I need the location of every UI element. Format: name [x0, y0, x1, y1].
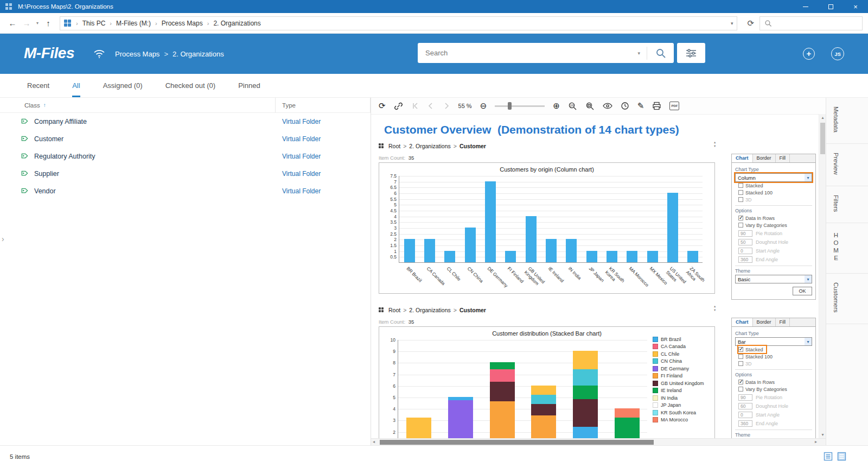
left-pane-expander[interactable]: › [2, 235, 4, 243]
checkbox-vary-by-categories[interactable] [738, 223, 743, 228]
zoom-out-icon[interactable]: ⊖ [480, 101, 487, 111]
search-filters-button[interactable] [677, 43, 705, 63]
settings-tab-chart[interactable]: Chart [732, 318, 753, 326]
preview-eye-icon[interactable] [603, 103, 612, 109]
settings-tab-chart[interactable]: Chart [732, 154, 753, 162]
zoom-actual-size-icon[interactable]: 100 [568, 102, 577, 111]
view-tab-recent[interactable]: Recent [27, 74, 49, 97]
address-crumb-2-organizations[interactable]: 2. Organizations [213, 20, 260, 27]
refresh-button[interactable]: ⟳ [747, 18, 754, 28]
view-tab-assigned-0-[interactable]: Assigned (0) [103, 74, 143, 97]
settings-tab-border[interactable]: Border [753, 318, 776, 326]
checkbox-vary-by-categories[interactable] [738, 387, 743, 392]
refresh-preview-icon[interactable]: ⟳ [379, 101, 386, 111]
checkbox-stacked[interactable] [738, 347, 743, 352]
start-angle-input[interactable]: 0 [738, 248, 752, 254]
checkbox-data-in-rows[interactable] [738, 216, 743, 220]
forward-button[interactable]: → [20, 18, 34, 28]
end-angle-input[interactable]: 360 [738, 256, 752, 263]
first-page-icon[interactable] [411, 102, 419, 110]
search-bar[interactable]: ▾ [418, 43, 674, 63]
collapse-section-control[interactable]: ▴▾ [714, 140, 716, 148]
right-tab-home[interactable]: HOME [826, 223, 868, 274]
right-tab-metadata[interactable]: Metadata [826, 98, 868, 144]
checkbox-3d[interactable] [738, 197, 743, 202]
next-page-icon[interactable] [443, 102, 450, 110]
search-input[interactable] [418, 49, 631, 57]
address-crumb-process-maps[interactable]: Process Maps [162, 20, 203, 27]
horizontal-scroll-thumb[interactable] [380, 440, 654, 445]
checkbox-stacked-100[interactable] [738, 190, 743, 195]
history-icon[interactable] [621, 102, 629, 110]
doughnut-hole-input[interactable]: 50 [738, 239, 752, 245]
scroll-down-arrow[interactable]: ▾ [819, 432, 826, 437]
view-tab-pinned[interactable]: Pinned [238, 74, 260, 97]
settings-tab-fill[interactable]: Fill [776, 154, 790, 162]
address-dropdown-icon[interactable]: ▾ [731, 21, 733, 26]
theme-select[interactable]: Basic▾ [735, 275, 812, 283]
annotate-pencil-icon[interactable]: ✎ [637, 101, 644, 111]
close-button[interactable]: × [843, 0, 868, 13]
address-bar[interactable]: ›This PC›M-Files (M:)›Process Maps›2. Or… [60, 16, 737, 30]
address-crumb-m-files-m-[interactable]: M-Files (M:) [116, 20, 151, 27]
collapse-section-control[interactable]: ▴▾ [714, 304, 716, 312]
settings-tab-border[interactable]: Border [753, 154, 776, 162]
print-icon[interactable] [652, 102, 661, 110]
minimize-button[interactable] [793, 0, 818, 13]
checkbox-stacked-100[interactable] [738, 354, 743, 359]
right-tab-filters[interactable]: Filters [826, 186, 868, 223]
search-scope-dropdown-icon[interactable]: ▾ [631, 51, 647, 56]
legend-item-fi-finland: FI Finland [653, 373, 704, 380]
list-item-customer[interactable]: CustomerVirtual Folder [0, 130, 371, 148]
column-header-class[interactable]: Class ↑ [0, 98, 276, 112]
maximize-button[interactable] [818, 0, 843, 13]
list-item-vendor[interactable]: VendorVirtual Folder [0, 182, 371, 200]
search-button[interactable] [647, 47, 674, 60]
chart-type-select[interactable]: Column▾ [735, 173, 812, 182]
settings-tab-fill[interactable]: Fill [776, 318, 790, 326]
explorer-search-input[interactable] [776, 20, 858, 27]
view-tab-all[interactable]: All [72, 74, 80, 97]
explorer-search-box[interactable] [760, 16, 863, 30]
scroll-left-arrow[interactable]: ◂ [373, 439, 375, 444]
list-item-company-affiliate[interactable]: Company AffiliateVirtual Folder [0, 113, 371, 130]
end-angle-input[interactable]: 360 [738, 420, 752, 427]
history-dropdown-icon[interactable]: ▾ [34, 21, 41, 26]
right-tab-customers[interactable]: Customers [826, 274, 868, 324]
up-button[interactable]: ↑ [41, 18, 55, 28]
zoom-slider-thumb[interactable] [508, 102, 512, 110]
list-item-regulatory-authority[interactable]: Regulatory AuthorityVirtual Folder [0, 148, 371, 165]
zoom-slider[interactable] [495, 102, 545, 110]
details-view-icon[interactable] [824, 452, 833, 461]
chart-type-select[interactable]: Bar▾ [735, 337, 812, 346]
checkbox-3d[interactable] [738, 361, 743, 366]
convert-to-pdf-icon[interactable]: PDF [669, 102, 679, 110]
header-breadcrumb[interactable]: Process Maps>2. Organizations [115, 50, 224, 58]
pie-rotation-input[interactable]: 90 [738, 230, 752, 237]
user-avatar[interactable]: JS [831, 47, 844, 60]
checkbox-data-in-rows[interactable] [738, 380, 743, 384]
previous-page-icon[interactable] [427, 102, 435, 110]
back-button[interactable]: ← [5, 18, 20, 28]
legend-swatch [653, 351, 658, 357]
checkbox-stacked[interactable] [738, 183, 743, 188]
start-angle-input[interactable]: 0 [738, 412, 752, 418]
ok-button[interactable]: OK [793, 287, 812, 295]
vertical-scroll-thumb[interactable] [820, 123, 825, 154]
pie-rotation-input[interactable]: 90 [738, 394, 752, 401]
doughnut-hole-input[interactable]: 60 [738, 403, 752, 409]
horizontal-scrollbar[interactable]: ◂ ▸ [371, 438, 826, 445]
scroll-up-arrow[interactable]: ▴ [819, 115, 826, 120]
address-crumb-this-pc[interactable]: This PC [82, 20, 106, 27]
zoom-in-icon[interactable]: ⊕ [553, 101, 560, 111]
create-new-button[interactable]: + [803, 48, 815, 60]
thumbnail-view-icon[interactable] [837, 452, 846, 461]
right-tab-preview[interactable]: Preview [826, 144, 868, 186]
list-item-supplier[interactable]: SupplierVirtual Folder [0, 165, 371, 182]
view-tab-checked-out-0-[interactable]: Checked out (0) [165, 74, 216, 97]
zoom-fit-icon[interactable] [585, 102, 595, 111]
vertical-scrollbar[interactable]: ▴ ▾ [819, 114, 826, 438]
scroll-right-arrow[interactable]: ▸ [815, 439, 817, 444]
link-icon[interactable] [394, 102, 403, 111]
column-header-type[interactable]: Type [276, 98, 371, 112]
